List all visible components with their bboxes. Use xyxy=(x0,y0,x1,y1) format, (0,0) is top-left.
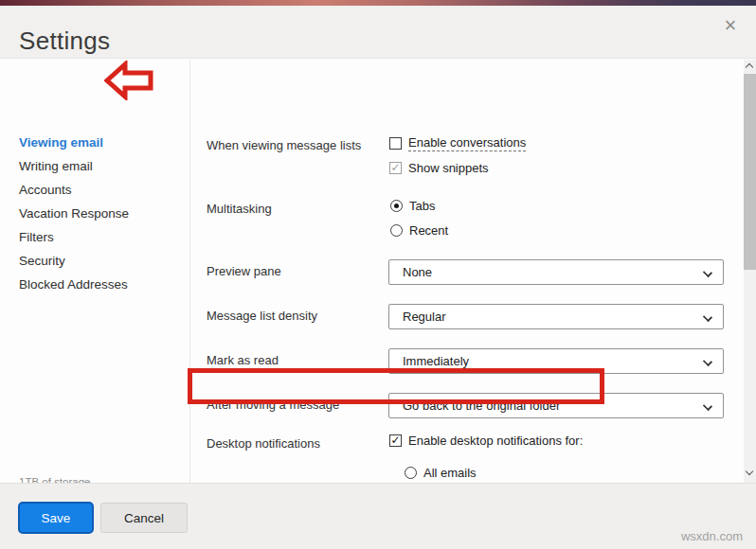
sidebar-item-viewing-email[interactable]: Viewing email xyxy=(19,135,103,152)
message-list-density-value: Regular xyxy=(403,310,446,324)
enable-conversations-checkbox[interactable]: ✓ Enable conversations xyxy=(389,135,526,151)
chevron-down-icon xyxy=(703,357,712,366)
checkbox-checked-icon: ✓ xyxy=(389,434,402,447)
row-label-desktop-notifications: Desktop notifications xyxy=(207,436,320,451)
row-label-mark-as-read: Mark as read xyxy=(207,353,279,367)
sidebar-item-security[interactable]: Security xyxy=(19,254,65,271)
enable-conversations-label: Enable conversations xyxy=(408,135,526,151)
sidebar-divider xyxy=(189,60,190,483)
settings-dialog: Settings × Viewing email Writing email A… xyxy=(0,0,756,549)
watermark: wsxdn.com xyxy=(681,529,743,543)
chevron-down-icon xyxy=(703,312,712,322)
sidebar-item-writing-email[interactable]: Writing email xyxy=(19,159,93,176)
cancel-button[interactable]: Cancel xyxy=(100,503,188,533)
dialog-header: Settings × xyxy=(0,6,756,59)
checkbox-unchecked-icon: ✓ xyxy=(389,137,402,150)
chevron-down-icon xyxy=(703,268,712,277)
dialog-body: Viewing email Writing email Accounts Vac… xyxy=(0,60,744,483)
sidebar-item-vacation-response[interactable]: Vacation Response xyxy=(19,206,129,223)
red-rectangle-annotation xyxy=(188,368,604,404)
sidebar-item-accounts[interactable]: Accounts xyxy=(19,183,72,200)
close-icon[interactable]: × xyxy=(718,13,743,38)
row-label-preview-pane: Preview pane xyxy=(207,264,281,278)
chevron-down-icon xyxy=(703,401,712,411)
scrollbar-thumb[interactable] xyxy=(744,74,756,270)
multitasking-radio-tabs[interactable]: Tabs xyxy=(390,199,435,213)
save-button[interactable]: Save xyxy=(18,502,94,534)
red-arrow-annotation xyxy=(104,61,153,100)
message-list-density-select[interactable]: Regular xyxy=(388,304,724,329)
checkbox-checked-gray-icon: ✓ xyxy=(389,162,402,174)
radio-selected-icon xyxy=(390,200,403,212)
row-label-message-list-density: Message list density xyxy=(207,309,317,323)
scroll-down-icon[interactable] xyxy=(744,467,756,481)
recent-label: Recent xyxy=(409,223,448,238)
sidebar-item-filters[interactable]: Filters xyxy=(19,230,54,247)
radio-unselected-icon xyxy=(390,224,403,237)
vertical-scrollbar[interactable] xyxy=(744,60,756,483)
sidebar-item-blocked-addresses[interactable]: Blocked Addresses xyxy=(19,277,128,294)
show-snippets-checkbox[interactable]: ✓ Show snippets xyxy=(389,161,489,175)
row-label-when-viewing: When viewing message lists xyxy=(207,138,361,152)
enable-desktop-notifications-label: Enable desktop notifications for: xyxy=(408,434,583,448)
tabs-label: Tabs xyxy=(409,199,435,213)
all-emails-label: All emails xyxy=(423,466,477,480)
enable-desktop-notifications-checkbox[interactable]: ✓ Enable desktop notifications for: xyxy=(389,434,583,448)
preview-pane-select[interactable]: None xyxy=(388,259,724,285)
radio-unselected-icon xyxy=(405,467,417,479)
scroll-up-icon[interactable] xyxy=(744,60,756,74)
multitasking-radio-recent[interactable]: Recent xyxy=(390,223,448,238)
show-snippets-label: Show snippets xyxy=(408,161,489,175)
mark-as-read-value: Immediately xyxy=(403,354,469,368)
preview-pane-value: None xyxy=(403,265,432,279)
notifications-radio-all-emails[interactable]: All emails xyxy=(405,466,477,480)
row-label-multitasking: Multitasking xyxy=(207,202,272,216)
page-title: Settings xyxy=(19,27,110,56)
